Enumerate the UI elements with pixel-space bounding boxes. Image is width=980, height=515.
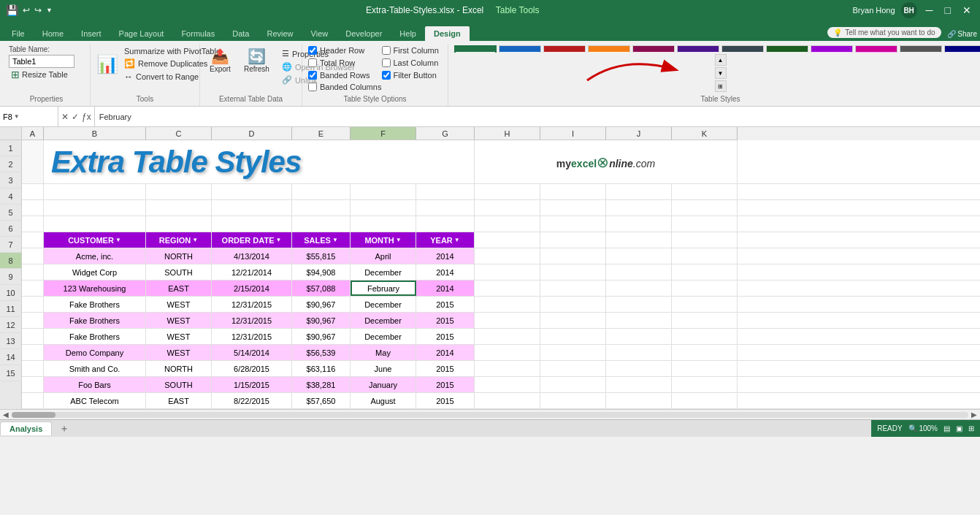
filter-dropdown-3[interactable]: ▼ — [332, 237, 338, 243]
cell-6-1[interactable]: Acme, inc. — [44, 248, 146, 264]
table-header-customer[interactable]: CUSTOMER▼ — [44, 232, 146, 248]
name-box[interactable]: F8 ▼ — [0, 107, 58, 126]
share-button[interactable]: 🔗 Share — [947, 30, 977, 38]
cell-9-3[interactable]: 12/31/2015 — [212, 297, 292, 312]
cell-7-10[interactable] — [672, 264, 738, 280]
cell-11-10[interactable] — [672, 329, 738, 344]
cell-12-5[interactable]: May — [351, 345, 416, 360]
cell-7-2[interactable]: SOUTH — [146, 264, 212, 280]
cell-9-7[interactable] — [475, 297, 540, 312]
cell-9-4[interactable]: $90,967 — [292, 297, 351, 312]
cell-12-1[interactable]: Demo Company — [44, 345, 146, 360]
cell-6-5[interactable]: April — [351, 248, 416, 264]
cell-6-10[interactable] — [672, 248, 738, 264]
cell-6-6[interactable]: 2014 — [416, 248, 475, 264]
cell-6-8[interactable] — [540, 248, 606, 264]
cell-4-5[interactable] — [351, 216, 416, 232]
cell-14-8[interactable] — [540, 377, 606, 392]
cell-1-a[interactable] — [22, 140, 44, 183]
cell-2-3[interactable] — [212, 184, 292, 199]
cell-13-6[interactable]: 2015 — [416, 361, 475, 376]
cell-9-a[interactable] — [22, 297, 44, 312]
cell-8-a[interactable] — [22, 281, 44, 296]
cell-10-10[interactable] — [672, 313, 738, 328]
cell-13-10[interactable] — [672, 361, 738, 376]
tab-page-layout[interactable]: Page Layout — [110, 26, 173, 41]
table-style-swatch-8[interactable] — [811, 45, 853, 53]
cell-12-a[interactable] — [22, 345, 44, 360]
horizontal-scrollbar[interactable]: ◀ ▶ — [0, 409, 980, 419]
cell-4-8[interactable] — [540, 216, 606, 232]
cell-13-3[interactable]: 6/28/2015 — [212, 361, 292, 376]
cell-11-2[interactable]: WEST — [146, 329, 212, 344]
cell-12-10[interactable] — [672, 345, 738, 360]
header-row-checkbox[interactable] — [308, 46, 317, 55]
table-style-swatch-2[interactable] — [543, 45, 586, 53]
cell-2-1[interactable] — [44, 184, 146, 199]
cell-7-5[interactable]: December — [351, 264, 416, 280]
cell-2-0[interactable] — [22, 184, 44, 199]
row-num-12[interactable]: 12 — [0, 317, 21, 333]
row-num-6[interactable]: 6 — [0, 221, 21, 237]
cell-12-4[interactable]: $56,539 — [292, 345, 351, 360]
table-style-swatch-7[interactable] — [766, 45, 808, 53]
scroll-left-btn[interactable]: ◀ — [3, 411, 9, 419]
cell-15-a[interactable] — [22, 393, 44, 408]
table-style-swatch-9[interactable] — [855, 45, 897, 53]
table-style-swatch-3[interactable] — [588, 45, 630, 53]
cell-6-3[interactable]: 4/13/2014 — [212, 248, 292, 264]
scrollbar-thumb[interactable] — [12, 412, 55, 418]
total-row-checkbox[interactable] — [308, 58, 317, 67]
cell-9-5[interactable]: December — [351, 297, 416, 312]
table-name-input[interactable] — [9, 55, 74, 68]
cell-12-7[interactable] — [475, 345, 540, 360]
cell-15-9[interactable] — [606, 393, 672, 408]
cell-14-7[interactable] — [475, 377, 540, 392]
tab-data[interactable]: Data — [223, 26, 258, 41]
cell-13-4[interactable]: $63,116 — [292, 361, 351, 376]
cell-4-9[interactable] — [606, 216, 672, 232]
cell-3-8[interactable] — [540, 200, 606, 215]
cell-13-9[interactable] — [606, 361, 672, 376]
cell-15-8[interactable] — [540, 393, 606, 408]
cell-14-a[interactable] — [22, 377, 44, 392]
table-header-sales[interactable]: SALES▼ — [292, 232, 351, 248]
cell-7-1[interactable]: Widget Corp — [44, 264, 146, 280]
gallery-scroll-down[interactable]: ▼ — [715, 67, 727, 79]
tab-formulas[interactable]: Formulas — [172, 26, 223, 41]
filter-button-option[interactable]: Filter Button — [382, 71, 439, 80]
table-style-swatch-0[interactable] — [454, 45, 497, 53]
cell-5-8[interactable] — [540, 232, 606, 248]
cell-14-6[interactable]: 2015 — [416, 377, 475, 392]
cell-7-6[interactable]: 2014 — [416, 264, 475, 280]
first-column-checkbox[interactable] — [382, 46, 391, 55]
cell-2-7[interactable] — [475, 184, 540, 199]
cell-10-8[interactable] — [540, 313, 606, 328]
cell-12-2[interactable]: WEST — [146, 345, 212, 360]
filter-button-checkbox[interactable] — [382, 71, 391, 80]
cell-3-3[interactable] — [212, 200, 292, 215]
banded-rows-option[interactable]: Banded Rows — [308, 71, 370, 80]
cell-9-2[interactable]: WEST — [146, 297, 212, 312]
table-style-swatch-5[interactable] — [677, 45, 719, 53]
last-column-option[interactable]: Last Column — [382, 58, 439, 67]
total-row-option[interactable]: Total Row — [308, 58, 370, 67]
cell-10-4[interactable]: $90,967 — [292, 313, 351, 328]
cell-3-7[interactable] — [475, 200, 540, 215]
row-num-8[interactable]: 8 — [0, 253, 21, 269]
tab-developer[interactable]: Developer — [337, 26, 391, 41]
cell-15-7[interactable] — [475, 393, 540, 408]
cell-13-7[interactable] — [475, 361, 540, 376]
cell-10-1[interactable]: Fake Brothers — [44, 313, 146, 328]
cell-4-6[interactable] — [416, 216, 475, 232]
first-column-option[interactable]: First Column — [382, 46, 439, 55]
tab-view[interactable]: View — [302, 26, 337, 41]
undo-icon[interactable]: ↩ — [23, 5, 30, 15]
cell-3-0[interactable] — [22, 200, 44, 215]
cell-8-2[interactable]: EAST — [146, 281, 212, 296]
row-num-11[interactable]: 11 — [0, 301, 21, 317]
cell-6-4[interactable]: $55,815 — [292, 248, 351, 264]
insert-function-icon[interactable]: ƒx — [82, 112, 91, 122]
cell-8-3[interactable]: 2/15/2014 — [212, 281, 292, 296]
cell-14-1[interactable]: Foo Bars — [44, 377, 146, 392]
